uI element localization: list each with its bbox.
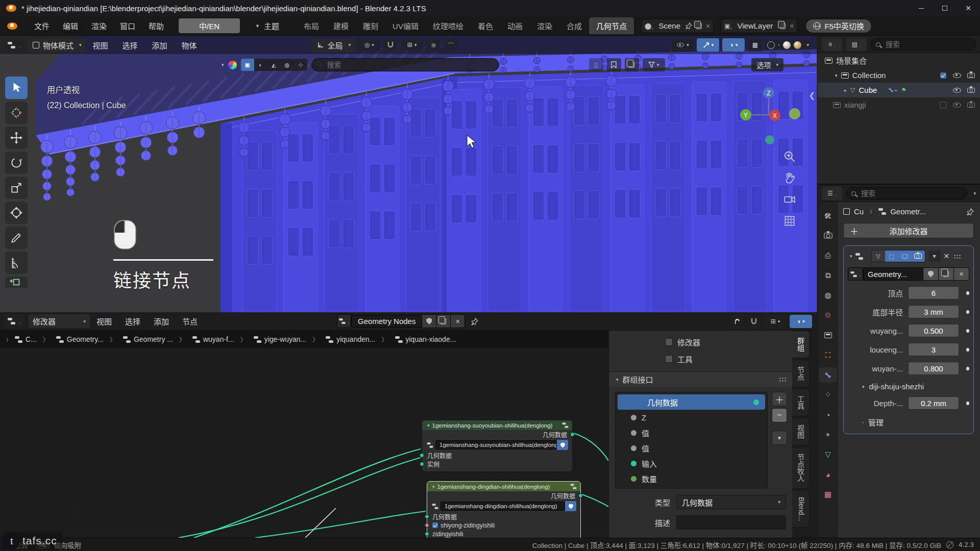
tab-particles[interactable]: ⁘ bbox=[819, 387, 837, 403]
viewlayer-selector[interactable]: ▣˯ ViewLayer × bbox=[721, 19, 797, 33]
mode-dropdown[interactable]: 物体模式▾ bbox=[29, 38, 86, 52]
exclude-checkbox[interactable] bbox=[940, 72, 947, 79]
viewport-search-input[interactable] bbox=[311, 58, 499, 71]
filter-brush-icon[interactable]: ◭ bbox=[267, 59, 281, 71]
breadcrumb-item[interactable]: Geometry ... bbox=[107, 335, 176, 344]
menu-item[interactable]: 编辑 bbox=[56, 18, 85, 33]
tab-output[interactable]: ⎙ bbox=[819, 248, 837, 263]
extras-dropdown-icon[interactable]: ▾ bbox=[928, 251, 941, 262]
scale-tool[interactable] bbox=[5, 177, 28, 199]
outliner-collection-row[interactable]: ▾ Collection bbox=[818, 68, 980, 83]
tab-object-data[interactable]: ▽ bbox=[819, 447, 837, 462]
toggle-edit-mode-icon[interactable]: ⬚ bbox=[885, 251, 898, 262]
node-group-2[interactable]: ▾1gemianshang-dingdian-shilihua(denglong… bbox=[427, 481, 581, 538]
modifier-nodetree-name[interactable]: Geometry... bbox=[863, 267, 923, 281]
animate-dot-icon[interactable] bbox=[966, 310, 969, 314]
socket-icon[interactable] bbox=[425, 532, 429, 536]
field-value[interactable]: 6 bbox=[908, 286, 959, 299]
node-input-socket[interactable]: zidingyishili bbox=[427, 530, 580, 538]
description-input[interactable] bbox=[676, 515, 786, 530]
geometry-node-editor[interactable]: ▾1gemianshang-suoyoubian-shilihua(denglo… bbox=[0, 312, 817, 538]
tab-physics[interactable]: ◔ bbox=[819, 407, 837, 422]
copy-stack-icon[interactable] bbox=[625, 58, 639, 71]
render-camera-icon[interactable] bbox=[967, 73, 975, 78]
hide-eye-icon[interactable] bbox=[953, 88, 961, 93]
outliner-cube-row[interactable]: ▸ ▽ Cube 🔧︎⌁ ⚑ bbox=[818, 83, 980, 97]
field-value[interactable]: 0.800 bbox=[908, 362, 959, 375]
animate-dot-icon[interactable] bbox=[966, 367, 969, 370]
render-camera-icon[interactable] bbox=[967, 88, 975, 93]
filter-anchor-icon[interactable]: ⊹ bbox=[294, 59, 307, 71]
field-value[interactable]: 0.2 mm bbox=[908, 396, 959, 410]
input-checkbox[interactable] bbox=[432, 522, 438, 528]
new-scene-icon[interactable] bbox=[696, 23, 702, 29]
transform-tool[interactable] bbox=[5, 202, 28, 224]
options-chevron-icon[interactable]: ▾ bbox=[973, 191, 976, 196]
workspace-tab[interactable]: 布局 bbox=[297, 17, 326, 34]
annotate-tool[interactable] bbox=[5, 227, 28, 249]
socket-icon[interactable] bbox=[420, 462, 424, 466]
node-group-1[interactable]: ▾1gemianshang-suoyoubian-shilihua(denglo… bbox=[422, 420, 573, 472]
socket-icon[interactable] bbox=[425, 523, 429, 528]
socket-list-item[interactable]: 输入 bbox=[618, 456, 765, 471]
socket-type-dropdown[interactable]: 几何数据▾ bbox=[676, 495, 786, 509]
socket-list-item[interactable]: 值 bbox=[618, 440, 765, 456]
falloff-curve-icon[interactable]: ⌒ bbox=[444, 38, 458, 52]
snap-toggle-icon[interactable] bbox=[747, 315, 761, 328]
viewport-menu-item[interactable]: 视图 bbox=[86, 38, 115, 53]
unlink-nodetree-icon[interactable]: × bbox=[451, 314, 465, 328]
pin-icon[interactable] bbox=[685, 22, 692, 29]
node-output-socket[interactable]: 几何数据 bbox=[422, 430, 572, 439]
pan-hand-icon[interactable] bbox=[783, 171, 796, 185]
checkbox-icon[interactable] bbox=[665, 338, 673, 346]
tab-world[interactable]: 🌐︎ bbox=[819, 308, 837, 323]
breadcrumb-expand-icon[interactable]: 〉 bbox=[6, 336, 11, 343]
bookmark-icon[interactable] bbox=[607, 58, 621, 71]
viewport-menu-item[interactable]: 物体 bbox=[175, 38, 204, 53]
remove-viewlayer-icon[interactable]: × bbox=[790, 22, 794, 30]
grid-ortho-icon[interactable] bbox=[783, 214, 796, 228]
sidebar-tab[interactable]: 节点 bbox=[792, 360, 810, 387]
filter-all-icon[interactable]: ▣ bbox=[241, 59, 254, 71]
fake-user-shield-icon[interactable] bbox=[422, 314, 436, 328]
move-tool[interactable] bbox=[5, 127, 28, 149]
node-group-selector[interactable]: 1gemianshang-suoyoubian-shilihua(denglon… bbox=[426, 440, 568, 450]
socket-list-item[interactable]: 值 bbox=[618, 425, 765, 440]
nodetree-browse-icon[interactable]: ˯ bbox=[337, 314, 351, 328]
socket-geometry-icon[interactable] bbox=[578, 493, 583, 498]
animate-dot-icon[interactable] bbox=[966, 348, 969, 352]
nodetree-name[interactable]: Geometry Nodes bbox=[351, 315, 422, 328]
workspace-tab[interactable]: 着色 bbox=[471, 17, 500, 34]
maximize-button[interactable]: ☐ bbox=[933, 0, 957, 16]
tab-constraints[interactable]: ⌖ bbox=[819, 427, 837, 442]
breadcrumb-item[interactable]: yige-wuyan... bbox=[237, 335, 310, 344]
copy-nodetree-icon[interactable] bbox=[939, 267, 954, 281]
fake-user-toggle[interactable] bbox=[565, 501, 576, 511]
breadcrumb-item[interactable]: Geometry... bbox=[40, 335, 107, 344]
unlink-nodetree-icon[interactable]: × bbox=[954, 267, 969, 281]
expand-icon[interactable]: ▸ bbox=[844, 88, 847, 93]
tab-collection[interactable] bbox=[819, 328, 837, 343]
navigation-gizmo[interactable]: Z Y X bbox=[733, 79, 804, 157]
breadcrumb-item[interactable]: yiquanden... bbox=[309, 335, 378, 344]
editor-type-button[interactable]: ˯ bbox=[4, 38, 24, 52]
viewport-menu-item[interactable]: 添加 bbox=[145, 38, 175, 53]
field-value[interactable]: 3 mm bbox=[908, 305, 959, 318]
rendered-shading-icon[interactable] bbox=[794, 41, 801, 49]
add-socket-button[interactable]: ＋ bbox=[772, 392, 787, 406]
overlays-dropdown[interactable]: ◑▾ bbox=[722, 38, 745, 52]
expand-icon[interactable]: ▾ bbox=[835, 73, 838, 78]
gizmos-dropdown[interactable]: ▾ bbox=[697, 38, 719, 52]
menu-item[interactable]: 文件 bbox=[28, 18, 56, 33]
camera-view-icon[interactable] bbox=[783, 193, 796, 206]
shading-dropdown-icon[interactable]: ▾ bbox=[806, 42, 809, 47]
node-group-selector[interactable]: 1gemianshang-dingdian-shilihua(denglong) bbox=[431, 501, 576, 511]
manage-panel-header[interactable]: ›管理 bbox=[860, 417, 969, 428]
outliner-scene-collection-row[interactable]: 场景集合 bbox=[818, 53, 980, 68]
breadcrumb-object[interactable]: Cu bbox=[854, 207, 864, 216]
tab-material[interactable]: ◕ bbox=[819, 467, 837, 482]
tab-texture[interactable]: ▦ bbox=[819, 487, 837, 502]
remove-modifier-icon[interactable]: ✕ bbox=[944, 252, 950, 260]
node-tree-type-dropdown[interactable]: 修改器▾ bbox=[29, 314, 90, 328]
menu-item[interactable]: 渲染 bbox=[85, 18, 113, 33]
